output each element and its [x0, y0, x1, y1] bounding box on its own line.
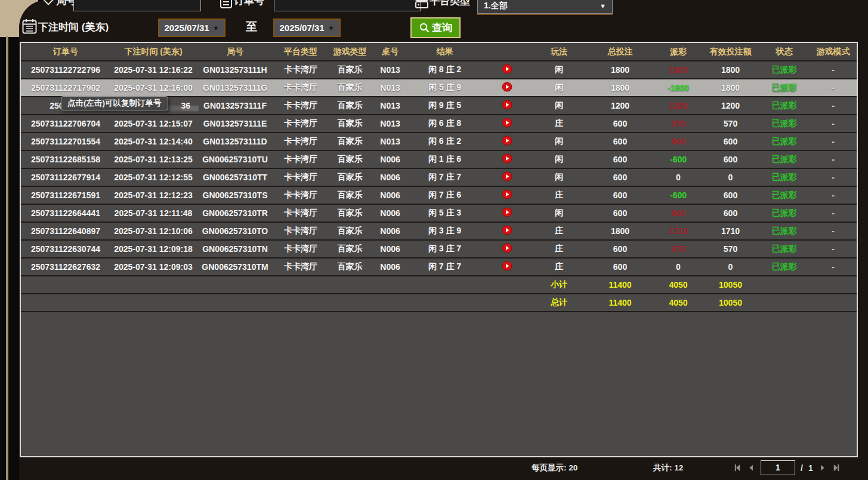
cell-tno: N013 — [372, 83, 408, 93]
table-row[interactable]: 2507311226851582025-07-31 12:13:25GN0062… — [21, 151, 857, 169]
cell-gtype: 百家乐 — [328, 100, 372, 111]
cell-platform: 卡卡湾厅 — [274, 154, 328, 165]
cell-status: 已派彩 — [759, 100, 810, 111]
cell-game: GN006257310TT — [196, 173, 274, 182]
cell-result: 闲 6 庄 2 — [408, 136, 481, 147]
cell-tno: N013 — [372, 101, 408, 110]
play-icon[interactable] — [502, 82, 512, 92]
play-icon[interactable] — [502, 171, 512, 181]
cell-payout: 1200 — [654, 101, 702, 110]
cell-payout: 570 — [654, 244, 702, 254]
per-page-label: 每页显示: 20 — [532, 463, 577, 473]
play-icon[interactable] — [502, 261, 512, 271]
date-to-picker[interactable]: 2025/07/31 ▼ — [273, 19, 341, 37]
page-number-input[interactable]: 1 — [761, 460, 795, 475]
cell-mode: - — [810, 262, 857, 272]
play-icon[interactable] — [502, 153, 512, 164]
cell-payout: 570 — [654, 119, 702, 128]
cell-gtype: 百家乐 — [328, 118, 372, 129]
game-no-input[interactable] — [73, 0, 201, 11]
cell-wanfa: 闲 — [532, 172, 586, 183]
cell-gtype: 百家乐 — [328, 136, 372, 147]
cell-status: 已派彩 — [759, 172, 810, 183]
calendar-icon — [22, 19, 37, 36]
cell-result: 闲 1 庄 6 — [408, 154, 481, 165]
last-page-icon[interactable] — [832, 463, 841, 472]
table-row[interactable]: 2507311227015542025-07-31 12:14:40GN0132… — [21, 133, 857, 151]
play-icon[interactable] — [502, 100, 512, 110]
platform-select[interactable]: 1.全部 ▼ — [477, 0, 613, 14]
cell-order[interactable]: 250731122706704 — [21, 119, 110, 128]
cell-order[interactable]: 250731122701554 — [21, 137, 110, 146]
query-button[interactable]: 查询 — [410, 17, 461, 38]
query-button-label: 查询 — [432, 21, 452, 35]
column-header: 状态 — [759, 47, 810, 57]
cell-tno: N006 — [372, 262, 408, 272]
cell-order[interactable]: 250731122640897 — [21, 226, 110, 236]
cell-valid: 570 — [702, 244, 759, 254]
cell-payout: 0 — [654, 173, 702, 182]
subtotal-row-payout: 4050 — [654, 280, 702, 290]
cell-game: GN0132573111H — [196, 65, 274, 75]
cell-time: 2025-07-31 12:09:18 — [110, 244, 196, 254]
cell-play — [481, 225, 532, 237]
cell-mode: - — [810, 119, 857, 128]
table-row[interactable]: 2507311226276322025-07-31 12:09:03GN0062… — [21, 259, 857, 276]
cell-order[interactable]: 250731122717902 — [21, 83, 110, 93]
cell-gtype: 百家乐 — [328, 208, 372, 219]
cell-game: GN006257310TO — [196, 226, 274, 236]
cell-play — [481, 136, 532, 147]
cell-bet: 1800 — [586, 226, 654, 236]
cell-time: 2025-07-31 12:12:55 — [110, 173, 196, 182]
table-row[interactable]: 2507311226307442025-07-31 12:09:18GN0062… — [21, 241, 857, 259]
cell-valid: 570 — [702, 119, 759, 128]
cell-order[interactable]: 250731122722796 — [21, 65, 110, 75]
first-page-icon[interactable] — [733, 463, 742, 472]
pagination-bar: 每页显示: 20 共计: 12 1 / 1 — [20, 457, 858, 480]
cell-game: GN0132573111D — [196, 137, 274, 146]
table-row[interactable]: 2507311227179022025-07-31 12:16:00GN0132… — [21, 79, 857, 97]
cell-wanfa: 庄 — [532, 118, 586, 129]
stack-icon — [415, 0, 429, 11]
play-icon[interactable] — [502, 118, 512, 128]
column-header: 有效投注额 — [702, 47, 759, 57]
table-header-row: 订单号下注时间 (美东)局号平台类型游戏类型桌号结果玩法总投注派彩有效投注额状态… — [21, 43, 857, 61]
next-page-icon[interactable] — [818, 464, 826, 472]
cell-result: 闲 7 庄 6 — [408, 190, 481, 201]
table-row[interactable]: 2507311226408972025-07-31 12:10:06GN0062… — [21, 223, 857, 241]
cell-order[interactable]: 250731122664441 — [21, 208, 110, 218]
date-range-to-label: 至 — [246, 19, 257, 35]
cell-wanfa: 庄 — [532, 190, 586, 201]
cell-status: 已派彩 — [759, 190, 810, 201]
play-icon[interactable] — [502, 136, 512, 146]
cell-status: 已派彩 — [759, 226, 810, 236]
cell-time: 2025-07-31 12:12:23 — [110, 190, 196, 200]
prev-page-icon[interactable] — [747, 464, 755, 472]
date-from-picker[interactable]: 2025/07/31 ▼ — [158, 19, 226, 37]
table-row[interactable]: 2507311227067042025-07-31 12:15:07GN0132… — [21, 115, 857, 133]
cell-order[interactable]: 250731122685158 — [21, 155, 110, 164]
order-no-input[interactable] — [274, 0, 421, 11]
cell-order[interactable]: 250731122627632 — [21, 262, 110, 272]
play-icon[interactable] — [502, 64, 512, 74]
table-row[interactable]: 2507311227227962025-07-31 12:16:22GN0132… — [21, 61, 857, 79]
cell-time: 2025-07-31 12:10:06 — [110, 226, 196, 236]
cell-valid: 1800 — [702, 83, 759, 93]
cell-order[interactable]: 250731122677914 — [21, 173, 110, 182]
table-row[interactable]: 2507311226715912025-07-31 12:12:23GN0062… — [21, 187, 857, 205]
column-header: 总投注 — [586, 47, 654, 57]
cell-platform: 卡卡湾厅 — [274, 118, 328, 129]
play-icon[interactable] — [502, 243, 512, 253]
table-row[interactable]: 2507311226644412025-07-31 12:11:48GN0062… — [21, 205, 857, 223]
cell-platform: 卡卡湾厅 — [274, 136, 328, 147]
cell-mode: - — [810, 226, 857, 236]
cell-order[interactable]: 250731122630744 — [21, 244, 110, 254]
cell-game: GN006257310TM — [196, 262, 274, 272]
table-row[interactable]: 2507311226779142025-07-31 12:12:55GN0062… — [21, 169, 857, 187]
play-icon[interactable] — [502, 189, 512, 199]
play-icon[interactable] — [502, 207, 512, 217]
play-icon[interactable] — [502, 225, 512, 235]
cell-time: 2025-07-31 12:11:48 — [110, 208, 196, 218]
cell-result: 闲 5 庄 3 — [408, 208, 481, 219]
cell-order[interactable]: 250731122671591 — [21, 190, 110, 200]
